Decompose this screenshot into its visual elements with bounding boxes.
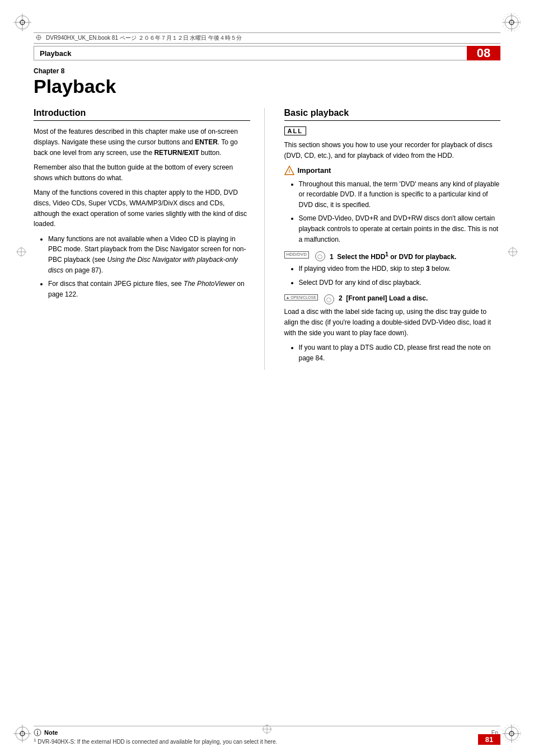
intro-bullet-1: Many functions are not available when a … [48, 234, 250, 275]
two-column-layout: Introduction Most of the features descri… [34, 108, 500, 370]
step-2-bullets: If you want to play a DTS audio CD, plea… [291, 342, 501, 363]
important-bullet-2: Some DVD-Video, DVD+R and DVD+RW discs d… [299, 213, 501, 245]
margin-crosshair-left-mid [16, 246, 27, 259]
open-close-badge: ▲ OPEN/CLOSE [284, 294, 318, 300]
basic-playback-column: Basic playback ALL This section shows yo… [282, 108, 501, 370]
intro-bullet-list: Many functions are not available when a … [40, 234, 250, 300]
chapter-header: Playback 08 [34, 46, 500, 60]
basic-playback-intro: This section shows you how to use your r… [284, 140, 501, 161]
chapter-title: Playback [34, 76, 500, 97]
reg-mark-br [500, 722, 523, 745]
intro-para-1: Most of the features described in this c… [34, 126, 250, 158]
file-info-bar: DVR940HX_UK_EN.book 81 ページ ２０６年７月１２日 水曜日… [34, 32, 500, 44]
intro-para-2: Remember also that the button guide at t… [34, 162, 250, 183]
step-1: HDD/DVD ◯ 1 Select the HDD1 or DVD for p… [284, 251, 501, 288]
basic-playback-title: Basic playback [284, 108, 501, 121]
main-content: Chapter 8 Playback Introduction Most of … [34, 67, 500, 711]
step-2-bullet-1: If you want to play a DTS audio CD, plea… [299, 342, 501, 363]
step-2: ▲ OPEN/CLOSE ◯ 2 [Front panel] Load a di… [284, 294, 501, 363]
file-info-text: DVR940HX_UK_EN.book 81 ページ ２０６年７月１２日 水曜日… [46, 34, 242, 42]
step-1-title: 1 Select the HDD1 or DVD for playback. [330, 251, 500, 261]
note-text: 1 DVR-940HX-S: If the external HDD is co… [34, 738, 500, 745]
introduction-column: Introduction Most of the features descri… [34, 108, 265, 370]
svg-text:!: ! [288, 168, 290, 174]
all-badge: ALL [284, 126, 306, 135]
chapter-number-badge: 08 [467, 46, 500, 60]
intro-bullet-2: For discs that contain JPEG picture file… [48, 279, 250, 299]
introduction-title: Introduction [34, 108, 250, 121]
step-2-title: 2 [Front panel] Load a disc. [339, 294, 500, 302]
svg-point-30 [37, 731, 38, 732]
step-2-header: ▲ OPEN/CLOSE ◯ 2 [Front panel] Load a di… [284, 294, 501, 304]
hdd-dvd-badge: HDD/DVD [284, 251, 309, 258]
important-label: Important [298, 166, 331, 175]
step-1-bullets: If playing video from the HDD, skip to s… [291, 264, 501, 288]
step-1-bullet-1: If playing video from the HDD, skip to s… [299, 264, 501, 274]
note-label: Note [44, 729, 58, 736]
reg-mark-tl [11, 11, 34, 34]
step-1-header: HDD/DVD ◯ 1 Select the HDD1 or DVD for p… [284, 251, 501, 261]
important-box: ! Important Throughout this manual, the … [284, 166, 501, 245]
chapter-label: Chapter 8 [34, 67, 500, 75]
step-2-body: Load a disc with the label side facing u… [284, 307, 501, 338]
note-body: DVR-940HX-S: If the external HDD is conn… [36, 739, 277, 745]
reg-mark-tr [500, 11, 523, 34]
bottom-center-crosshair [261, 724, 273, 736]
crosshair-icon-left [36, 35, 41, 41]
important-title: ! Important [284, 166, 501, 176]
step-2-circle-icon: ◯ [324, 294, 334, 304]
page-number: 81 [478, 734, 500, 745]
reg-mark-bl [11, 722, 34, 745]
step-1-circle-icon: ◯ [315, 251, 325, 261]
important-bullet-1: Throughout this manual, the term 'DVD' m… [299, 179, 501, 210]
margin-crosshair-right-mid [507, 246, 518, 259]
important-bullet-list: Throughout this manual, the term 'DVD' m… [291, 179, 501, 245]
step-1-bullet-2: Select DVD for any kind of disc playback… [299, 278, 501, 288]
note-icon [34, 729, 41, 736]
warning-icon: ! [284, 166, 294, 176]
chapter-header-label: Playback [34, 46, 467, 60]
intro-para-3: Many of the functions covered in this ch… [34, 187, 250, 229]
